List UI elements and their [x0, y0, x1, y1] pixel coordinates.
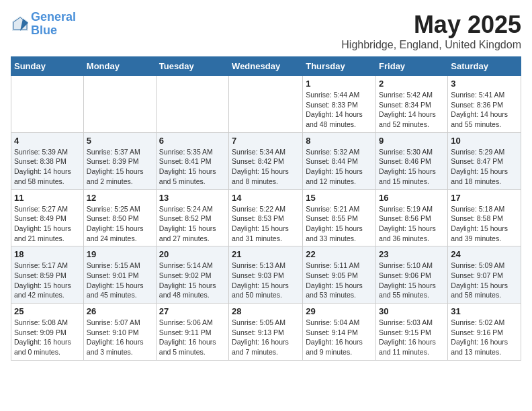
calendar-cell: 30Sunrise: 5:03 AM Sunset: 9:15 PM Dayli…	[376, 304, 448, 361]
calendar-cell: 25Sunrise: 5:08 AM Sunset: 9:09 PM Dayli…	[11, 304, 84, 361]
main-title: May 2025	[341, 11, 521, 39]
day-detail: Sunrise: 5:14 AM Sunset: 9:02 PM Dayligh…	[159, 261, 226, 300]
day-detail: Sunrise: 5:29 AM Sunset: 8:47 PM Dayligh…	[451, 147, 518, 187]
calendar-cell: 8Sunrise: 5:32 AM Sunset: 8:44 PM Daylig…	[303, 132, 376, 189]
week-row-2: 4Sunrise: 5:39 AM Sunset: 8:38 PM Daylig…	[11, 132, 521, 189]
calendar-cell: 2Sunrise: 5:42 AM Sunset: 8:34 PM Daylig…	[376, 76, 448, 133]
header-cell-thursday: Thursday	[303, 57, 376, 76]
calendar-cell	[83, 76, 156, 133]
day-number: 23	[379, 249, 445, 259]
day-detail: Sunrise: 5:30 AM Sunset: 8:46 PM Dayligh…	[379, 147, 445, 187]
day-number: 17	[451, 193, 518, 203]
calendar-cell: 5Sunrise: 5:37 AM Sunset: 8:39 PM Daylig…	[83, 132, 156, 189]
calendar-cell: 29Sunrise: 5:04 AM Sunset: 9:14 PM Dayli…	[303, 304, 376, 361]
day-number: 25	[14, 306, 81, 316]
day-detail: Sunrise: 5:15 AM Sunset: 9:01 PM Dayligh…	[87, 261, 153, 300]
day-detail: Sunrise: 5:08 AM Sunset: 9:09 PM Dayligh…	[14, 318, 81, 357]
day-detail: Sunrise: 5:18 AM Sunset: 8:58 PM Dayligh…	[451, 204, 518, 244]
logo-line1: General	[31, 10, 76, 24]
day-number: 12	[87, 193, 153, 203]
day-number: 29	[306, 306, 373, 316]
calendar-cell: 17Sunrise: 5:18 AM Sunset: 8:58 PM Dayli…	[448, 189, 521, 246]
calendar-header: SundayMondayTuesdayWednesdayThursdayFrid…	[11, 57, 521, 76]
calendar-cell: 6Sunrise: 5:35 AM Sunset: 8:41 PM Daylig…	[156, 132, 228, 189]
logo: General Blue	[11, 11, 76, 38]
calendar-cell	[11, 76, 84, 133]
calendar-table: SundayMondayTuesdayWednesdayThursdayFrid…	[11, 56, 521, 361]
day-number: 19	[87, 249, 153, 259]
day-number: 22	[306, 249, 373, 259]
day-detail: Sunrise: 5:34 AM Sunset: 8:42 PM Dayligh…	[232, 147, 300, 187]
day-detail: Sunrise: 5:07 AM Sunset: 9:10 PM Dayligh…	[87, 318, 153, 357]
logo-line2: Blue	[31, 24, 57, 37]
calendar-cell: 10Sunrise: 5:29 AM Sunset: 8:47 PM Dayli…	[448, 132, 521, 189]
title-block: May 2025 Highbridge, England, United Kin…	[341, 11, 521, 51]
calendar-cell: 4Sunrise: 5:39 AM Sunset: 8:38 PM Daylig…	[11, 132, 84, 189]
day-number: 26	[87, 306, 153, 316]
calendar-cell: 27Sunrise: 5:06 AM Sunset: 9:11 PM Dayli…	[156, 304, 228, 361]
calendar-cell: 24Sunrise: 5:09 AM Sunset: 9:07 PM Dayli…	[448, 246, 521, 304]
day-detail: Sunrise: 5:39 AM Sunset: 8:38 PM Dayligh…	[14, 147, 81, 187]
day-number: 1	[306, 79, 373, 89]
day-detail: Sunrise: 5:05 AM Sunset: 9:13 PM Dayligh…	[232, 318, 300, 357]
header-cell-wednesday: Wednesday	[229, 57, 303, 76]
day-detail: Sunrise: 5:24 AM Sunset: 8:52 PM Dayligh…	[159, 204, 226, 244]
day-detail: Sunrise: 5:17 AM Sunset: 8:59 PM Dayligh…	[14, 261, 81, 300]
day-detail: Sunrise: 5:02 AM Sunset: 9:16 PM Dayligh…	[451, 318, 518, 357]
day-detail: Sunrise: 5:44 AM Sunset: 8:33 PM Dayligh…	[306, 90, 373, 130]
day-number: 4	[14, 136, 81, 146]
week-row-5: 25Sunrise: 5:08 AM Sunset: 9:09 PM Dayli…	[11, 304, 521, 361]
day-detail: Sunrise: 5:27 AM Sunset: 8:49 PM Dayligh…	[14, 204, 81, 244]
logo-icon	[11, 15, 30, 34]
calendar-cell: 3Sunrise: 5:41 AM Sunset: 8:36 PM Daylig…	[448, 76, 521, 133]
day-detail: Sunrise: 5:19 AM Sunset: 8:56 PM Dayligh…	[379, 204, 445, 244]
week-row-1: 1Sunrise: 5:44 AM Sunset: 8:33 PM Daylig…	[11, 76, 521, 133]
day-number: 27	[159, 306, 226, 316]
day-number: 28	[232, 306, 300, 316]
calendar-cell: 12Sunrise: 5:25 AM Sunset: 8:50 PM Dayli…	[83, 189, 156, 246]
calendar-cell: 9Sunrise: 5:30 AM Sunset: 8:46 PM Daylig…	[376, 132, 448, 189]
calendar-body: 1Sunrise: 5:44 AM Sunset: 8:33 PM Daylig…	[11, 76, 521, 361]
week-row-4: 18Sunrise: 5:17 AM Sunset: 8:59 PM Dayli…	[11, 246, 521, 304]
day-detail: Sunrise: 5:11 AM Sunset: 9:05 PM Dayligh…	[306, 261, 373, 300]
day-number: 21	[232, 249, 300, 259]
day-detail: Sunrise: 5:06 AM Sunset: 9:11 PM Dayligh…	[159, 318, 226, 357]
day-number: 13	[159, 193, 226, 203]
day-detail: Sunrise: 5:42 AM Sunset: 8:34 PM Dayligh…	[379, 90, 445, 130]
page-header: General Blue May 2025 Highbridge, Englan…	[11, 11, 521, 51]
day-number: 3	[451, 79, 518, 89]
calendar-cell	[229, 76, 303, 133]
header-cell-sunday: Sunday	[11, 57, 84, 76]
day-number: 15	[306, 193, 373, 203]
day-detail: Sunrise: 5:22 AM Sunset: 8:53 PM Dayligh…	[232, 204, 300, 244]
calendar-cell: 19Sunrise: 5:15 AM Sunset: 9:01 PM Dayli…	[83, 246, 156, 304]
calendar-cell: 31Sunrise: 5:02 AM Sunset: 9:16 PM Dayli…	[448, 304, 521, 361]
day-detail: Sunrise: 5:04 AM Sunset: 9:14 PM Dayligh…	[306, 318, 373, 357]
calendar-cell: 22Sunrise: 5:11 AM Sunset: 9:05 PM Dayli…	[303, 246, 376, 304]
day-detail: Sunrise: 5:35 AM Sunset: 8:41 PM Dayligh…	[159, 147, 226, 187]
calendar-cell: 7Sunrise: 5:34 AM Sunset: 8:42 PM Daylig…	[229, 132, 303, 189]
day-detail: Sunrise: 5:03 AM Sunset: 9:15 PM Dayligh…	[379, 318, 445, 357]
day-number: 20	[159, 249, 226, 259]
header-row: SundayMondayTuesdayWednesdayThursdayFrid…	[11, 57, 521, 76]
day-detail: Sunrise: 5:13 AM Sunset: 9:03 PM Dayligh…	[232, 261, 300, 300]
calendar-cell: 28Sunrise: 5:05 AM Sunset: 9:13 PM Dayli…	[229, 304, 303, 361]
day-detail: Sunrise: 5:32 AM Sunset: 8:44 PM Dayligh…	[306, 147, 373, 187]
day-detail: Sunrise: 5:09 AM Sunset: 9:07 PM Dayligh…	[451, 261, 518, 300]
day-number: 16	[379, 193, 445, 203]
day-number: 10	[451, 136, 518, 146]
day-number: 7	[232, 136, 300, 146]
header-cell-tuesday: Tuesday	[156, 57, 228, 76]
day-detail: Sunrise: 5:25 AM Sunset: 8:50 PM Dayligh…	[87, 204, 153, 244]
calendar-cell: 18Sunrise: 5:17 AM Sunset: 8:59 PM Dayli…	[11, 246, 84, 304]
logo-text: General Blue	[31, 11, 76, 38]
day-number: 31	[451, 306, 518, 316]
header-cell-saturday: Saturday	[448, 57, 521, 76]
day-detail: Sunrise: 5:37 AM Sunset: 8:39 PM Dayligh…	[87, 147, 153, 187]
day-detail: Sunrise: 5:10 AM Sunset: 9:06 PM Dayligh…	[379, 261, 445, 300]
day-detail: Sunrise: 5:21 AM Sunset: 8:55 PM Dayligh…	[306, 204, 373, 244]
day-number: 2	[379, 79, 445, 89]
day-number: 30	[379, 306, 445, 316]
calendar-cell: 23Sunrise: 5:10 AM Sunset: 9:06 PM Dayli…	[376, 246, 448, 304]
calendar-cell: 16Sunrise: 5:19 AM Sunset: 8:56 PM Dayli…	[376, 189, 448, 246]
